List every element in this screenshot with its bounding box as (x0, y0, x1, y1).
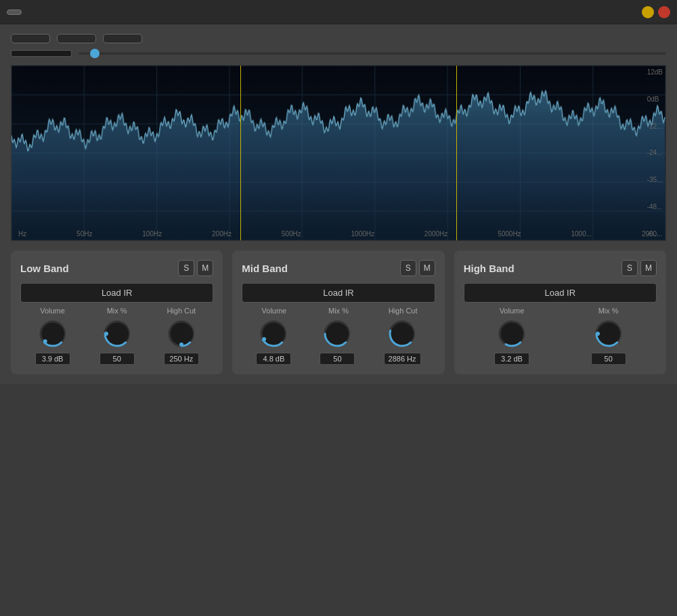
position-bar (11, 50, 666, 57)
load-file-button[interactable] (11, 34, 50, 43)
svg-point-1 (43, 339, 47, 343)
db-label-12: 12dB (647, 68, 663, 76)
stop-button[interactable] (103, 34, 142, 43)
band-header-1: Mid BandSM (242, 260, 435, 276)
knob-label-top-1-2: High Cut (371, 307, 435, 315)
band-name-2: High Band (464, 263, 515, 274)
freq-50: 50Hz (77, 230, 92, 238)
svg-point-7 (263, 337, 267, 341)
knob-col-0-0: 3.9 dB (35, 317, 70, 365)
main-content: 12dB 0dB -12... -24... -35... -48... -60… (0, 24, 677, 384)
freq-5k: 5000Hz (498, 230, 521, 238)
knob-label-top-0-1: Mix % (85, 307, 149, 315)
freq-1k: 1000Hz (351, 230, 374, 238)
db-label-n35: -35... (647, 176, 663, 183)
knob-svg-2-1[interactable] (592, 317, 625, 350)
band-name-1: Mid Band (242, 263, 288, 274)
freq-10k: 1000... (571, 230, 592, 238)
knob-label-top-1-0: Volume (242, 307, 306, 315)
knob-svg-1-0[interactable] (257, 317, 290, 350)
transport-bar (11, 34, 666, 43)
mid-band-line (456, 66, 457, 240)
freq-500: 500Hz (282, 230, 301, 238)
knob-value-2-1: 50 (591, 353, 626, 365)
knob-svg-1-2[interactable] (386, 317, 418, 350)
knob-svg-2-0[interactable] (496, 317, 528, 350)
knob-col-1-0: 4.8 dB (256, 317, 291, 365)
band-m-btn-1[interactable]: M (419, 260, 435, 276)
knob-col-2-0: 3.2 dB (494, 317, 529, 365)
knob-svg-0-1[interactable] (101, 317, 133, 350)
position-display (11, 50, 72, 57)
knob-value-2-0: 3.2 dB (494, 353, 529, 365)
band-s-btn-0[interactable]: S (178, 260, 194, 276)
knob-value-1-0: 4.8 dB (256, 353, 291, 365)
freq-labels: Hz 50Hz 100Hz 200Hz 500Hz 1000Hz 2000Hz … (12, 230, 665, 238)
knob-row-1: 4.8 dB502886 Hz (242, 317, 435, 365)
minimize-button[interactable] (642, 6, 654, 18)
load-ir-btn-1[interactable]: Load IR (242, 283, 435, 303)
options-button[interactable] (7, 9, 22, 15)
band-sm-btns-0: SM (178, 260, 213, 276)
knob-label-top-0-0: Volume (20, 307, 85, 315)
db-label-0: 0dB (647, 95, 663, 103)
db-label-n24: -24... (647, 149, 663, 156)
knob-svg-0-2[interactable] (165, 317, 198, 350)
knob-col-0-2: 250 Hz (164, 317, 199, 365)
freq-hz: Hz (18, 230, 26, 238)
knob-label-top-1-1: Mix % (306, 307, 370, 315)
band-card-0: Low BandSMLoad IRVolumeMix %High Cut3.9 … (11, 250, 223, 374)
knob-labels-row-0: VolumeMix %High Cut (20, 307, 213, 315)
knob-col-0-1: 50 (100, 317, 135, 365)
db-labels: 12dB 0dB -12... -24... -35... -48... -60… (647, 66, 663, 240)
knob-labels-row-2: VolumeMix % (464, 307, 657, 315)
load-ir-btn-2[interactable]: Load IR (464, 283, 657, 303)
svg-point-3 (104, 332, 108, 336)
position-slider[interactable] (79, 52, 666, 55)
knob-value-0-0: 3.9 dB (35, 353, 70, 365)
knob-label-top-2-1: Mix % (560, 307, 657, 315)
band-m-btn-2[interactable]: M (640, 260, 657, 276)
knob-col-1-1: 50 (320, 317, 355, 365)
pause-button[interactable] (57, 34, 96, 43)
knob-value-0-1: 50 (100, 353, 135, 365)
freq-2k: 2000Hz (424, 230, 447, 238)
knob-label-top-0-2: High Cut (149, 307, 213, 315)
band-sm-btns-2: SM (621, 260, 657, 276)
freq-200: 200Hz (212, 230, 232, 238)
db-label-n12: -12... (647, 123, 663, 130)
knob-svg-0-0[interactable] (37, 317, 69, 350)
knob-row-2: 3.2 dB50 (464, 317, 657, 365)
freq-20k: 200... (642, 230, 659, 238)
band-card-2: High BandSMLoad IRVolumeMix %3.2 dB50 (454, 250, 666, 374)
knob-value-1-2: 2886 Hz (384, 353, 421, 365)
band-card-1: Mid BandSMLoad IRVolumeMix %High Cut4.8 … (232, 250, 444, 374)
load-ir-btn-0[interactable]: Load IR (20, 283, 213, 303)
knob-label-top-2-0: Volume (464, 307, 561, 315)
db-label-n48: -48... (647, 203, 663, 211)
band-s-btn-2[interactable]: S (621, 260, 638, 276)
band-name-0: Low Band (20, 263, 69, 274)
knob-row-0: 3.9 dB50250 Hz (20, 317, 213, 365)
band-header-2: High BandSM (464, 260, 657, 276)
band-header-0: Low BandSM (20, 260, 213, 276)
freq-100: 100Hz (142, 230, 162, 238)
title-bar (0, 0, 677, 24)
close-button[interactable] (658, 6, 670, 18)
spectrum-canvas (12, 66, 665, 240)
knob-col-2-1: 50 (591, 317, 626, 365)
svg-point-5 (179, 343, 183, 347)
svg-point-12 (596, 332, 600, 336)
bands-row: Low BandSMLoad IRVolumeMix %High Cut3.9 … (11, 250, 666, 374)
knob-value-0-2: 250 Hz (164, 353, 199, 365)
knob-labels-row-1: VolumeMix %High Cut (242, 307, 435, 315)
band-m-btn-0[interactable]: M (197, 260, 213, 276)
knob-value-1-1: 50 (320, 353, 355, 365)
low-band-line (240, 66, 241, 240)
window-controls (642, 6, 670, 18)
knob-svg-1-1[interactable] (321, 317, 353, 350)
spectrum-display: 12dB 0dB -12... -24... -35... -48... -60… (11, 65, 666, 241)
band-sm-btns-1: SM (400, 260, 435, 276)
knob-col-1-2: 2886 Hz (384, 317, 421, 365)
band-s-btn-1[interactable]: S (400, 260, 416, 276)
